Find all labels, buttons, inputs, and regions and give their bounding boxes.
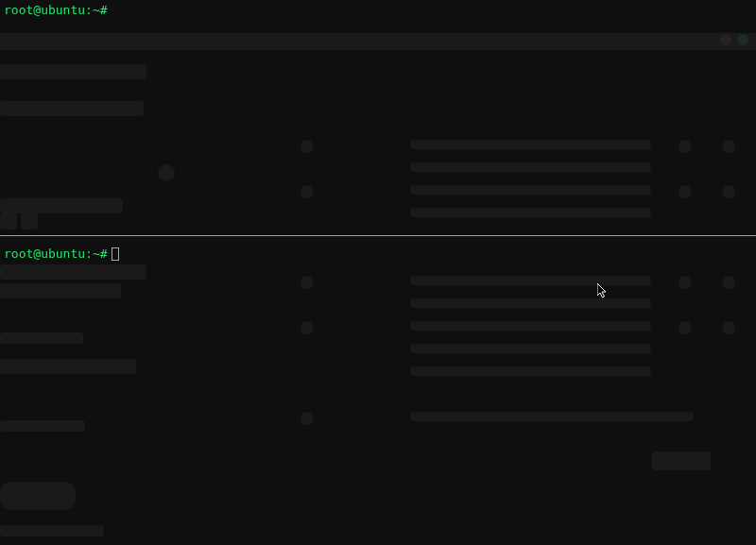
terminal-pane-top[interactable]: root@ubuntu:~#: [0, 0, 756, 235]
prompt-line[interactable]: root@ubuntu:~#: [0, 244, 756, 264]
shell-prompt: root@ubuntu:~#: [4, 3, 108, 18]
pane-divider[interactable]: [0, 235, 756, 236]
text-cursor: [112, 247, 119, 261]
terminal-pane-bottom[interactable]: root@ubuntu:~#: [0, 244, 756, 545]
prompt-line[interactable]: root@ubuntu:~#: [0, 0, 756, 21]
shell-prompt: root@ubuntu:~#: [4, 247, 108, 262]
